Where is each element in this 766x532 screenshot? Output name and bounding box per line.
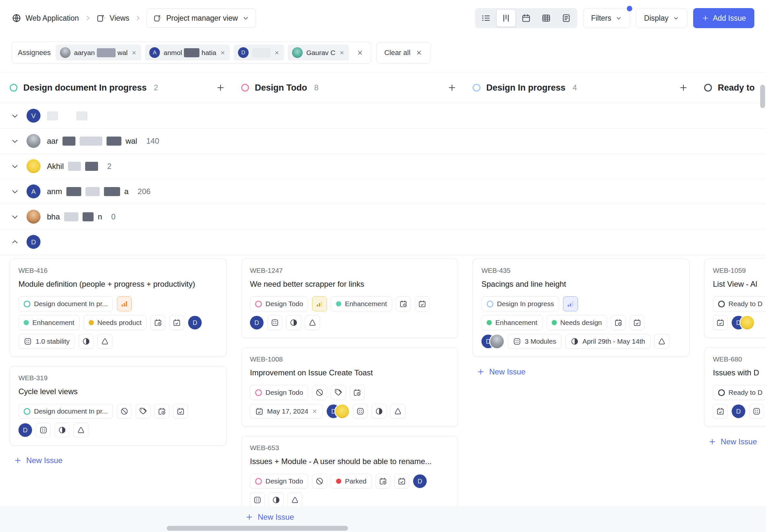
view-selector-dropdown[interactable]: Project manager view — [147, 8, 256, 28]
vertical-scrollbar[interactable] — [760, 85, 765, 108]
start-date-chip[interactable] — [154, 404, 169, 419]
clear-all-filters-button[interactable]: Clear all — [376, 42, 431, 63]
target-date-chip[interactable] — [713, 404, 728, 419]
cycle-chip[interactable] — [269, 493, 283, 507]
start-date-chip[interactable] — [350, 385, 364, 400]
cycle-chip[interactable] — [79, 334, 94, 349]
start-date-chip[interactable] — [375, 474, 391, 489]
issue-card[interactable]: WEB-1059List View - AlReady to DD — [704, 259, 766, 338]
start-date-chip[interactable] — [396, 296, 411, 311]
state-chip[interactable]: Ready to D — [713, 296, 766, 311]
breadcrumb-views[interactable]: Views — [96, 14, 129, 23]
module-chip[interactable]: 1.0 stability — [18, 334, 75, 349]
state-chip[interactable]: Design In progress — [482, 296, 559, 311]
cycle-chip[interactable] — [372, 404, 387, 419]
priority-high-chip[interactable] — [117, 296, 132, 311]
expand-swimlane-button[interactable] — [10, 161, 20, 172]
issue-card[interactable]: WEB-1247We need better scrapper for link… — [241, 259, 458, 338]
module-chip[interactable] — [353, 404, 368, 419]
new-issue-button[interactable]: New Issue — [245, 513, 294, 522]
estimate-chip[interactable] — [654, 334, 669, 349]
remove-assignees-filter-button[interactable] — [355, 48, 365, 58]
label-chip[interactable]: Enhancement — [482, 315, 543, 330]
state-chip[interactable]: Design document In pr... — [18, 296, 113, 311]
display-button[interactable]: Display — [636, 8, 687, 28]
due-date-chip[interactable]: May 17, 2024 — [250, 404, 323, 419]
labels-chip[interactable] — [136, 404, 150, 419]
start-date-chip[interactable] — [150, 315, 165, 330]
no-priority-chip[interactable] — [117, 404, 132, 419]
module-chip[interactable] — [36, 423, 51, 438]
issue-card[interactable]: WEB-416Module definition (people + progr… — [10, 259, 227, 357]
estimate-chip[interactable] — [391, 404, 405, 419]
filters-button[interactable]: Filters — [583, 8, 630, 28]
estimate-chip[interactable] — [73, 423, 88, 438]
no-priority-chip[interactable] — [312, 474, 327, 489]
expand-swimlane-button[interactable] — [10, 186, 20, 197]
target-date-chip[interactable] — [169, 315, 184, 330]
clear-date-button[interactable] — [312, 408, 317, 414]
cycle-chip[interactable] — [286, 315, 301, 330]
start-date-chip[interactable] — [611, 315, 626, 330]
breadcrumb-project[interactable]: Web Application — [12, 13, 79, 23]
issue-card[interactable]: WEB-1008Improvement on Issue Create Toas… — [241, 347, 458, 427]
issue-card[interactable]: WEB-435Spacings and line heightDesign In… — [473, 259, 690, 357]
state-chip[interactable]: Design Todo — [250, 385, 308, 400]
remove-assignee-button[interactable] — [220, 50, 226, 56]
issue-card[interactable]: WEB-680Issues with DReady to DD — [704, 347, 766, 427]
remove-assignee-button[interactable] — [274, 50, 280, 56]
issue-card[interactable]: WEB-653Issues + Module - A user should b… — [241, 436, 458, 515]
cycle-chip[interactable] — [55, 423, 70, 438]
label-chip[interactable]: Enhancement — [331, 296, 392, 311]
gantt-view-button[interactable] — [557, 10, 576, 27]
module-chip[interactable] — [267, 315, 282, 330]
state-chip[interactable]: Ready to D — [713, 385, 766, 400]
module-chip[interactable] — [250, 493, 265, 507]
no-priority-chip[interactable] — [312, 385, 327, 400]
priority-medium-chip[interactable] — [312, 296, 327, 311]
label-chip[interactable]: Needs design — [547, 315, 607, 330]
expand-swimlane-button[interactable] — [10, 136, 20, 146]
cycle-chip[interactable]: April 29th - May 14th — [565, 334, 650, 349]
state-chip[interactable]: Design Todo — [250, 296, 308, 311]
label-chip[interactable]: Needs product — [83, 315, 147, 330]
state-chip[interactable]: Design document In pr... — [18, 404, 113, 419]
issue-card[interactable]: WEB-319Cycle level viewsDesign document … — [10, 366, 227, 446]
new-issue-button[interactable]: New Issue — [708, 437, 757, 446]
target-date-chip[interactable] — [173, 404, 188, 419]
state-chip[interactable]: Design Todo — [250, 474, 308, 489]
add-issue-to-column-button[interactable] — [214, 82, 227, 94]
kanban-view-button[interactable] — [497, 10, 516, 27]
label-chip[interactable]: Parked — [331, 474, 372, 489]
collapse-swimlane-button[interactable] — [10, 237, 20, 247]
new-issue-button[interactable]: New Issue — [477, 367, 526, 376]
estimate-chip[interactable] — [287, 493, 302, 507]
calendar-view-button[interactable] — [517, 10, 536, 27]
add-issue-to-column-button[interactable] — [677, 82, 690, 94]
assignee-filter-chip[interactable]: Gaurav C — [288, 45, 349, 61]
add-issue-button[interactable]: Add Issue — [693, 8, 754, 28]
estimate-chip[interactable] — [305, 315, 320, 330]
module-chip[interactable] — [749, 404, 764, 419]
remove-assignee-button[interactable] — [131, 50, 137, 56]
remove-assignee-button[interactable] — [339, 50, 345, 56]
expand-swimlane-button[interactable] — [10, 212, 20, 222]
label-chip[interactable]: Enhancement — [18, 315, 80, 330]
add-issue-to-column-button[interactable] — [446, 82, 458, 94]
estimate-chip[interactable] — [97, 334, 112, 349]
assignee-filter-chip[interactable]: aaryanwal — [56, 45, 141, 61]
expand-swimlane-button[interactable] — [10, 111, 20, 121]
target-date-chip[interactable] — [630, 315, 645, 330]
target-date-chip[interactable] — [415, 296, 430, 311]
target-date-chip[interactable] — [394, 474, 409, 489]
priority-low-chip[interactable] — [563, 296, 578, 311]
list-view-button[interactable] — [477, 10, 495, 27]
new-issue-button[interactable]: New Issue — [14, 456, 62, 465]
spreadsheet-view-button[interactable] — [537, 10, 556, 27]
module-chip[interactable]: 3 Modules — [508, 334, 561, 349]
labels-chip[interactable] — [331, 385, 346, 400]
assignee-filter-chip[interactable]: Aanmolhatia — [145, 45, 230, 61]
target-date-chip[interactable] — [713, 315, 728, 330]
assignee-filter-chip[interactable]: D — [234, 45, 284, 61]
horizontal-scrollbar[interactable] — [167, 526, 348, 531]
